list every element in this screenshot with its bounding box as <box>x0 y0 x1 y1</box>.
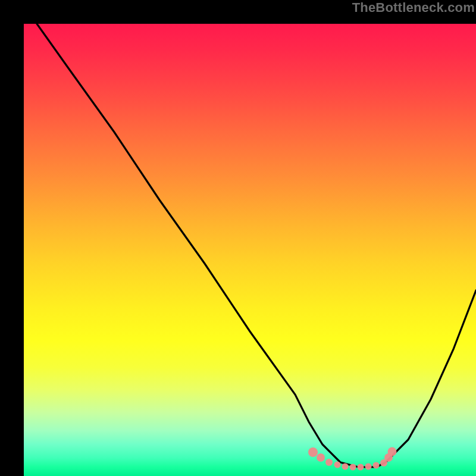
svg-point-1 <box>317 453 325 462</box>
chart-frame <box>12 12 464 464</box>
svg-point-3 <box>334 462 341 468</box>
svg-point-6 <box>358 464 364 471</box>
svg-point-5 <box>350 464 356 471</box>
svg-point-8 <box>373 462 380 469</box>
svg-point-4 <box>342 464 349 470</box>
optimal-band-dots <box>308 447 397 471</box>
svg-point-2 <box>325 459 333 466</box>
curve-svg <box>24 24 476 476</box>
svg-point-11 <box>388 447 397 456</box>
watermark-label: TheBottleneck.com <box>352 0 475 15</box>
plot-area <box>24 24 476 476</box>
svg-point-7 <box>365 464 372 470</box>
bottleneck-curve-path <box>37 24 476 467</box>
svg-point-0 <box>308 447 318 457</box>
